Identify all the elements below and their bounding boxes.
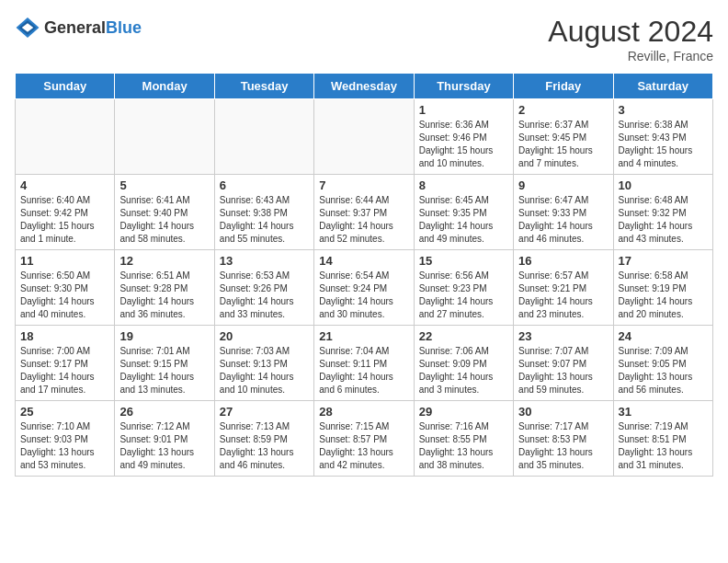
day-number: 18 xyxy=(20,329,109,343)
calendar-cell: 25Sunrise: 7:10 AM Sunset: 9:03 PM Dayli… xyxy=(16,401,115,477)
cell-content: Sunrise: 7:01 AM Sunset: 9:15 PM Dayligh… xyxy=(119,345,209,396)
calendar-cell: 22Sunrise: 7:06 AM Sunset: 9:09 PM Dayli… xyxy=(414,326,513,401)
cell-content: Sunrise: 6:57 AM Sunset: 9:21 PM Dayligh… xyxy=(518,270,608,321)
cell-content: Sunrise: 7:13 AM Sunset: 8:59 PM Dayligh… xyxy=(220,420,309,472)
day-number: 22 xyxy=(419,329,508,343)
calendar-cell: 30Sunrise: 7:17 AM Sunset: 8:53 PM Dayli… xyxy=(514,401,613,477)
logo: GeneralBlue xyxy=(15,15,142,40)
calendar-cell xyxy=(214,99,313,175)
day-number: 10 xyxy=(619,178,708,192)
day-number: 27 xyxy=(220,405,309,419)
calendar-cell xyxy=(314,99,414,175)
day-number: 29 xyxy=(419,405,508,419)
calendar-body: 1Sunrise: 6:36 AM Sunset: 9:46 PM Daylig… xyxy=(16,99,713,477)
calendar-cell: 21Sunrise: 7:04 AM Sunset: 9:11 PM Dayli… xyxy=(314,326,414,401)
day-number: 19 xyxy=(119,329,209,343)
cell-content: Sunrise: 6:48 AM Sunset: 9:32 PM Dayligh… xyxy=(619,194,708,246)
calendar-week-row: 25Sunrise: 7:10 AM Sunset: 9:03 PM Dayli… xyxy=(16,401,713,477)
page-header: GeneralBlue August 2024 Reville, France xyxy=(15,15,713,63)
calendar-week-row: 1Sunrise: 6:36 AM Sunset: 9:46 PM Daylig… xyxy=(16,99,713,175)
day-number: 21 xyxy=(319,329,408,343)
logo-text-blue: Blue xyxy=(106,18,142,37)
calendar-day-header: Saturday xyxy=(613,74,712,99)
day-number: 11 xyxy=(20,254,109,268)
cell-content: Sunrise: 6:53 AM Sunset: 9:26 PM Dayligh… xyxy=(220,270,309,321)
calendar-cell: 13Sunrise: 6:53 AM Sunset: 9:26 PM Dayli… xyxy=(214,250,313,326)
day-number: 1 xyxy=(419,103,508,117)
calendar-cell: 3Sunrise: 6:38 AM Sunset: 9:43 PM Daylig… xyxy=(613,99,712,175)
cell-content: Sunrise: 7:04 AM Sunset: 9:11 PM Dayligh… xyxy=(319,345,408,396)
calendar-cell: 1Sunrise: 6:36 AM Sunset: 9:46 PM Daylig… xyxy=(414,99,513,175)
cell-content: Sunrise: 6:54 AM Sunset: 9:24 PM Dayligh… xyxy=(319,270,408,321)
logo-text-general: General xyxy=(44,18,106,37)
day-number: 2 xyxy=(518,103,608,117)
cell-content: Sunrise: 6:51 AM Sunset: 9:28 PM Dayligh… xyxy=(119,270,209,321)
day-number: 26 xyxy=(119,405,209,419)
day-number: 7 xyxy=(319,178,408,192)
calendar-cell: 31Sunrise: 7:19 AM Sunset: 8:51 PM Dayli… xyxy=(613,401,712,477)
cell-content: Sunrise: 7:19 AM Sunset: 8:51 PM Dayligh… xyxy=(619,420,708,472)
day-number: 14 xyxy=(319,254,408,268)
cell-content: Sunrise: 6:58 AM Sunset: 9:19 PM Dayligh… xyxy=(619,270,708,321)
calendar-cell: 19Sunrise: 7:01 AM Sunset: 9:15 PM Dayli… xyxy=(115,326,214,401)
calendar-cell: 20Sunrise: 7:03 AM Sunset: 9:13 PM Dayli… xyxy=(214,326,313,401)
day-number: 12 xyxy=(119,254,209,268)
day-number: 16 xyxy=(518,254,608,268)
calendar-header: SundayMondayTuesdayWednesdayThursdayFrid… xyxy=(16,74,713,99)
logo-icon xyxy=(15,15,40,40)
day-number: 5 xyxy=(119,178,209,192)
calendar-cell: 9Sunrise: 6:47 AM Sunset: 9:33 PM Daylig… xyxy=(514,175,613,250)
calendar-cell: 5Sunrise: 6:41 AM Sunset: 9:40 PM Daylig… xyxy=(115,175,214,250)
cell-content: Sunrise: 6:47 AM Sunset: 9:33 PM Dayligh… xyxy=(518,194,608,246)
calendar-day-header: Thursday xyxy=(414,74,513,99)
day-number: 6 xyxy=(220,178,309,192)
calendar-cell: 28Sunrise: 7:15 AM Sunset: 8:57 PM Dayli… xyxy=(314,401,414,477)
day-number: 15 xyxy=(419,254,508,268)
calendar-cell: 15Sunrise: 6:56 AM Sunset: 9:23 PM Dayli… xyxy=(414,250,513,326)
day-number: 24 xyxy=(619,329,708,343)
calendar-cell: 6Sunrise: 6:43 AM Sunset: 9:38 PM Daylig… xyxy=(214,175,313,250)
calendar-day-header: Tuesday xyxy=(214,74,313,99)
day-number: 3 xyxy=(619,103,708,117)
cell-content: Sunrise: 7:00 AM Sunset: 9:17 PM Dayligh… xyxy=(20,345,109,396)
calendar-cell: 27Sunrise: 7:13 AM Sunset: 8:59 PM Dayli… xyxy=(214,401,313,477)
calendar-week-row: 18Sunrise: 7:00 AM Sunset: 9:17 PM Dayli… xyxy=(16,326,713,401)
calendar-week-row: 4Sunrise: 6:40 AM Sunset: 9:42 PM Daylig… xyxy=(16,175,713,250)
calendar-cell: 10Sunrise: 6:48 AM Sunset: 9:32 PM Dayli… xyxy=(613,175,712,250)
cell-content: Sunrise: 7:09 AM Sunset: 9:05 PM Dayligh… xyxy=(619,345,708,396)
day-number: 31 xyxy=(619,405,708,419)
cell-content: Sunrise: 6:40 AM Sunset: 9:42 PM Dayligh… xyxy=(20,194,109,246)
cell-content: Sunrise: 6:36 AM Sunset: 9:46 PM Dayligh… xyxy=(419,119,508,170)
calendar-header-row: SundayMondayTuesdayWednesdayThursdayFrid… xyxy=(16,74,713,99)
cell-content: Sunrise: 7:16 AM Sunset: 8:55 PM Dayligh… xyxy=(419,420,508,472)
calendar-day-header: Sunday xyxy=(16,74,115,99)
day-number: 20 xyxy=(220,329,309,343)
calendar-cell: 14Sunrise: 6:54 AM Sunset: 9:24 PM Dayli… xyxy=(314,250,414,326)
calendar-cell: 2Sunrise: 6:37 AM Sunset: 9:45 PM Daylig… xyxy=(514,99,613,175)
calendar: SundayMondayTuesdayWednesdayThursdayFrid… xyxy=(15,73,713,477)
cell-content: Sunrise: 7:12 AM Sunset: 9:01 PM Dayligh… xyxy=(119,420,209,472)
day-number: 13 xyxy=(220,254,309,268)
cell-content: Sunrise: 7:17 AM Sunset: 8:53 PM Dayligh… xyxy=(518,420,608,472)
cell-content: Sunrise: 6:41 AM Sunset: 9:40 PM Dayligh… xyxy=(119,194,209,246)
cell-content: Sunrise: 7:07 AM Sunset: 9:07 PM Dayligh… xyxy=(518,345,608,396)
day-number: 8 xyxy=(419,178,508,192)
calendar-cell xyxy=(115,99,214,175)
calendar-cell: 26Sunrise: 7:12 AM Sunset: 9:01 PM Dayli… xyxy=(115,401,214,477)
calendar-cell: 4Sunrise: 6:40 AM Sunset: 9:42 PM Daylig… xyxy=(16,175,115,250)
cell-content: Sunrise: 6:45 AM Sunset: 9:35 PM Dayligh… xyxy=(419,194,508,246)
cell-content: Sunrise: 6:43 AM Sunset: 9:38 PM Dayligh… xyxy=(220,194,309,246)
calendar-cell: 7Sunrise: 6:44 AM Sunset: 9:37 PM Daylig… xyxy=(314,175,414,250)
cell-content: Sunrise: 6:38 AM Sunset: 9:43 PM Dayligh… xyxy=(619,119,708,170)
calendar-day-header: Friday xyxy=(514,74,613,99)
calendar-cell: 24Sunrise: 7:09 AM Sunset: 9:05 PM Dayli… xyxy=(613,326,712,401)
calendar-cell: 29Sunrise: 7:16 AM Sunset: 8:55 PM Dayli… xyxy=(414,401,513,477)
calendar-cell: 8Sunrise: 6:45 AM Sunset: 9:35 PM Daylig… xyxy=(414,175,513,250)
day-number: 23 xyxy=(518,329,608,343)
calendar-day-header: Wednesday xyxy=(314,74,414,99)
cell-content: Sunrise: 7:06 AM Sunset: 9:09 PM Dayligh… xyxy=(419,345,508,396)
calendar-cell xyxy=(16,99,115,175)
cell-content: Sunrise: 6:37 AM Sunset: 9:45 PM Dayligh… xyxy=(518,119,608,170)
calendar-cell: 16Sunrise: 6:57 AM Sunset: 9:21 PM Dayli… xyxy=(514,250,613,326)
month-year: August 2024 xyxy=(548,15,713,49)
